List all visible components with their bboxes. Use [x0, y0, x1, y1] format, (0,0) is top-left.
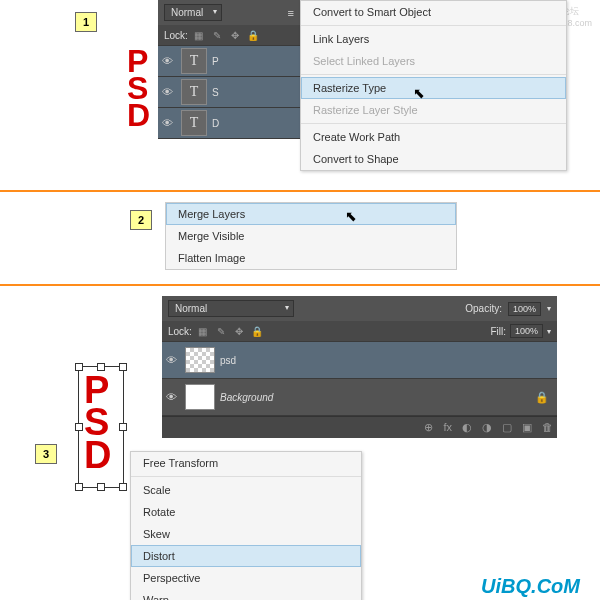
menu-scale[interactable]: Scale	[131, 479, 361, 501]
menu-separator	[301, 123, 566, 124]
layer-label: D	[212, 118, 219, 129]
cursor-icon: ⬉	[345, 208, 357, 224]
layer-thumbnail	[185, 384, 215, 410]
mask-icon[interactable]: ◐	[462, 421, 472, 434]
opacity-icon: ≡	[288, 7, 294, 19]
lock-move-icon[interactable]: ✥	[232, 324, 246, 338]
lock-label: Lock:	[164, 30, 188, 41]
layer-row-background[interactable]: 👁 Background 🔒	[162, 379, 557, 416]
menu-merge-layers[interactable]: Merge Layers	[166, 203, 456, 225]
menu-separator	[301, 74, 566, 75]
lock-all-icon[interactable]: 🔒	[250, 324, 264, 338]
lock-brush-icon[interactable]: ✎	[214, 324, 228, 338]
transform-handle[interactable]	[119, 423, 127, 431]
menu-skew[interactable]: Skew	[131, 523, 361, 545]
psd-preview-3: PSD	[84, 374, 111, 471]
layer-label: psd	[220, 355, 236, 366]
visibility-icon[interactable]: 👁	[158, 86, 176, 98]
menu-link-layers[interactable]: Link Layers	[301, 28, 566, 50]
visibility-icon[interactable]: 👁	[162, 354, 180, 366]
blend-mode-select[interactable]: Normal	[168, 300, 294, 317]
transform-handle[interactable]	[75, 423, 83, 431]
new-layer-icon[interactable]: ▣	[522, 421, 532, 434]
visibility-icon[interactable]: 👁	[162, 391, 180, 403]
visibility-icon[interactable]: 👁	[158, 55, 176, 67]
opacity-label: Opacity:	[465, 303, 502, 314]
menu-merge-visible[interactable]: Merge Visible	[166, 225, 456, 247]
lock-transparent-icon[interactable]: ▦	[192, 28, 206, 42]
step-2-badge: 2	[130, 210, 152, 230]
menu-rotate[interactable]: Rotate	[131, 501, 361, 523]
menu-perspective[interactable]: Perspective	[131, 567, 361, 589]
divider	[0, 284, 600, 286]
trash-icon[interactable]: 🗑	[542, 421, 553, 434]
blend-mode-select[interactable]: Normal	[164, 4, 222, 21]
menu-convert-smart[interactable]: Convert to Smart Object	[301, 1, 566, 23]
layer-row-psd[interactable]: 👁 psd	[162, 342, 557, 379]
menu-convert-shape[interactable]: Convert to Shape	[301, 148, 566, 170]
menu-distort[interactable]: Distort	[131, 545, 361, 567]
layer-thumbnail	[185, 347, 215, 373]
layer-label: P	[212, 56, 219, 67]
opacity-value[interactable]: 100%	[508, 302, 541, 316]
step-3-badge: 3	[35, 444, 57, 464]
menu-rasterize-style: Rasterize Layer Style	[301, 99, 566, 121]
lock-label: Lock:	[168, 326, 192, 337]
menu-warp[interactable]: Warp	[131, 589, 361, 600]
type-layer-icon: T	[181, 48, 207, 74]
fill-label: Fill:	[490, 326, 506, 337]
transform-handle[interactable]	[75, 483, 83, 491]
menu-select-linked: Select Linked Layers	[301, 50, 566, 72]
divider	[0, 190, 600, 192]
lock-move-icon[interactable]: ✥	[228, 28, 242, 42]
link-icon[interactable]: ⊕	[424, 421, 433, 434]
layer-row-d[interactable]: 👁 T D	[158, 108, 300, 139]
type-layer-icon: T	[181, 79, 207, 105]
menu-rasterize-type[interactable]: Rasterize Type	[301, 77, 566, 99]
cursor-icon: ⬉	[413, 85, 425, 101]
transform-handle[interactable]	[119, 483, 127, 491]
menu-separator	[301, 25, 566, 26]
psd-preview-1: PSD	[127, 48, 150, 130]
site-logo: UiBQ.CoM	[481, 575, 580, 598]
layers-footer: ⊕ fx ◐ ◑ ▢ ▣ 🗑	[162, 416, 557, 438]
transform-handle[interactable]	[119, 363, 127, 371]
lock-all-icon[interactable]: 🔒	[246, 28, 260, 42]
menu-flatten[interactable]: Flatten Image	[166, 247, 456, 269]
layer-label: S	[212, 87, 219, 98]
lock-icon: 🔒	[535, 391, 549, 404]
lock-brush-icon[interactable]: ✎	[210, 28, 224, 42]
layer-label: Background	[220, 392, 273, 403]
visibility-icon[interactable]: 👁	[158, 117, 176, 129]
adjustment-icon[interactable]: ◑	[482, 421, 492, 434]
layer-row-p[interactable]: 👁 T P	[158, 46, 300, 77]
menu-create-workpath[interactable]: Create Work Path	[301, 126, 566, 148]
fx-icon[interactable]: fx	[443, 421, 452, 434]
lock-transparent-icon[interactable]: ▦	[196, 324, 210, 338]
menu-free-transform[interactable]: Free Transform	[131, 452, 361, 474]
menu-separator	[131, 476, 361, 477]
type-layer-icon: T	[181, 110, 207, 136]
fill-value[interactable]: 100%	[510, 324, 543, 338]
step-1-badge: 1	[75, 12, 97, 32]
transform-handle[interactable]	[97, 483, 105, 491]
chevron-down-icon[interactable]: ▾	[547, 327, 551, 336]
group-icon[interactable]: ▢	[502, 421, 512, 434]
transform-handle[interactable]	[75, 363, 83, 371]
chevron-down-icon[interactable]: ▾	[547, 304, 551, 313]
layer-row-s[interactable]: 👁 T S	[158, 77, 300, 108]
